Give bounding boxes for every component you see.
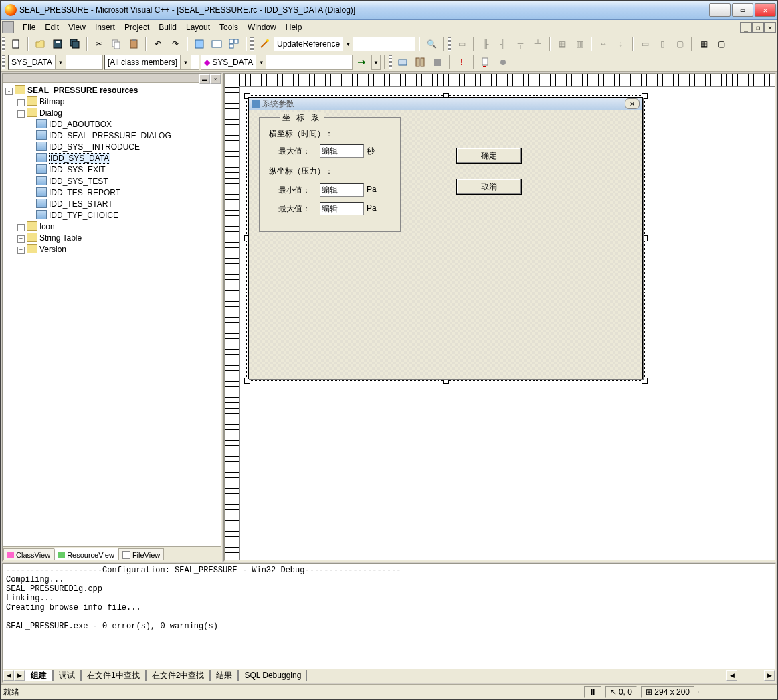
tab-scroll-right-icon[interactable]: ▶ (14, 670, 25, 681)
align-left-icon[interactable]: ╟ (478, 36, 494, 52)
same-size-icon[interactable]: ▢ (672, 36, 688, 52)
dialog-preview[interactable]: 系统参数 ✕ 坐 标 系 横坐标（时间）： 最大值： 编辑 秒 (248, 97, 643, 379)
center-h-icon[interactable]: ▦ (554, 36, 570, 52)
ok-button[interactable]: 确定 (456, 148, 522, 164)
window-list-icon[interactable] (226, 36, 242, 52)
tree-item[interactable]: IDD_SYS__INTRODUCE (49, 142, 140, 152)
minimize-button[interactable]: — (709, 3, 731, 17)
tree-item[interactable]: IDD_SYS_EXIT (49, 165, 106, 174)
edit-xmax[interactable]: 编辑 (320, 144, 364, 158)
panel-close-button[interactable]: × (210, 74, 221, 84)
wizard-combo[interactable]: UpdateReference ▼ (274, 37, 415, 51)
filter-combo[interactable]: [All class members] ▼ (104, 55, 199, 70)
label-yunit[interactable]: Pa (367, 185, 377, 194)
same-width-icon[interactable]: ▭ (637, 36, 653, 52)
dialog-close-icon[interactable]: ✕ (625, 98, 640, 109)
tree-expand-icon[interactable]: + (17, 99, 25, 106)
tree-item[interactable]: IDD_SYS_TEST (49, 177, 108, 186)
menu-layout[interactable]: Layout (181, 21, 215, 33)
align-bottom-icon[interactable]: ╧ (530, 36, 546, 52)
tree-expand-icon[interactable]: + (17, 224, 25, 231)
chevron-down-icon[interactable]: ▼ (371, 55, 381, 70)
resource-tree[interactable]: -SEAL_PRESSURE resources +Bitmap -Dialog… (3, 83, 221, 546)
edit-ymax[interactable]: 编辑 (320, 202, 364, 215)
tree-item[interactable]: IDD_TYP_CHOICE (49, 211, 118, 220)
toolbar-grip[interactable] (250, 37, 254, 51)
go-icon[interactable] (478, 54, 494, 70)
output-tab-debug[interactable]: 调试 (53, 670, 81, 681)
save-all-icon[interactable] (67, 36, 83, 52)
member-combo[interactable]: ◆ SYS_DATA ▼ (201, 55, 353, 70)
menu-insert[interactable]: Insert (90, 21, 120, 33)
tree-item-version[interactable]: Version (39, 245, 66, 254)
output-tab-result[interactable]: 结果 (210, 670, 238, 681)
tree-expand-icon[interactable]: + (17, 247, 25, 254)
wizard-icon[interactable] (256, 36, 272, 52)
menu-tools[interactable]: Tools (215, 21, 243, 33)
align-right-icon[interactable]: ╢ (495, 36, 511, 52)
menu-help[interactable]: Help (281, 21, 307, 33)
maximize-button[interactable]: ▭ (732, 3, 753, 17)
menu-build[interactable]: Build (154, 21, 181, 33)
grid-icon[interactable]: ▦ (696, 36, 712, 52)
chevron-down-icon[interactable]: ▼ (180, 55, 191, 69)
close-button[interactable]: ✕ (755, 3, 776, 17)
toolbar-grip[interactable] (2, 37, 5, 51)
save-icon[interactable] (50, 36, 66, 52)
menu-window[interactable]: Window (243, 21, 281, 33)
align-top-icon[interactable]: ╤ (512, 36, 528, 52)
tree-item[interactable]: IDD_TES_REPORT (49, 188, 120, 197)
tree-item-icon[interactable]: Icon (39, 222, 55, 231)
scroll-right-icon[interactable]: ▶ (764, 670, 775, 681)
label-ymax[interactable]: 最大值： (278, 203, 310, 215)
chevron-down-icon[interactable]: ▼ (343, 37, 353, 51)
find-icon[interactable]: 🔍 (423, 36, 440, 52)
space-v-icon[interactable]: ↕ (613, 36, 629, 52)
space-h-icon[interactable]: ↔ (595, 36, 611, 52)
ruler-horizontal[interactable] (239, 74, 775, 87)
tree-item-dialog[interactable]: Dialog (39, 108, 62, 118)
same-height-icon[interactable]: ▯ (654, 36, 670, 52)
tree-item-bitmap[interactable]: Bitmap (39, 97, 64, 106)
cut-icon[interactable]: ✂ (91, 36, 107, 52)
groupbox-coords[interactable]: 坐 标 系 横坐标（时间）： 最大值： 编辑 秒 纵坐标（压力）： 最小值： 编… (259, 117, 401, 232)
toolbar-grip[interactable] (2, 55, 5, 69)
test-icon[interactable]: ▭ (454, 36, 470, 52)
label-xunit[interactable]: 秒 (367, 146, 375, 157)
output-tab-find1[interactable]: 在文件1中查找 (81, 670, 146, 681)
chevron-down-icon[interactable]: ▼ (256, 55, 266, 69)
panel-dock-button[interactable]: ▬ (199, 74, 210, 84)
dialog-titlebar[interactable]: 系统参数 ✕ (249, 98, 642, 110)
scroll-left-icon[interactable]: ◀ (726, 670, 737, 681)
tree-item-selected[interactable]: IDD_SYS_DATA (49, 153, 110, 164)
center-v-icon[interactable]: ▥ (571, 36, 587, 52)
compile-icon[interactable] (395, 54, 411, 70)
output-tab-build[interactable]: 组建 (25, 670, 53, 681)
workspace-icon[interactable] (191, 36, 207, 52)
toolbar-grip[interactable] (389, 55, 392, 69)
menu-edit[interactable]: Edit (40, 21, 64, 33)
menu-project[interactable]: Project (120, 21, 154, 33)
tab-fileview[interactable]: FileView (118, 548, 164, 560)
edit-ymin[interactable]: 编辑 (320, 183, 364, 197)
tree-item[interactable]: IDD_ABOUTBOX (49, 120, 112, 129)
menu-view[interactable]: View (64, 21, 90, 33)
paste-icon[interactable] (126, 36, 142, 52)
toolbar-grip[interactable] (448, 37, 451, 51)
redo-icon[interactable]: ↷ (167, 36, 183, 52)
mdi-minimize-button[interactable]: _ (740, 22, 752, 33)
mdi-close-button[interactable]: × (764, 22, 776, 33)
class-combo[interactable]: SYS_DATA ▼ (8, 55, 103, 70)
execute-icon[interactable]: ! (454, 54, 470, 70)
menu-file[interactable]: FFileile (18, 21, 40, 33)
cancel-button[interactable]: 取消 (456, 179, 522, 195)
output-icon[interactable] (209, 36, 225, 52)
undo-icon[interactable]: ↶ (150, 36, 166, 52)
build-icon[interactable] (412, 54, 428, 70)
goto-icon[interactable] (354, 54, 370, 70)
open-icon[interactable] (32, 36, 48, 52)
label-ymin[interactable]: 最小值： (278, 185, 310, 196)
tab-resourceview[interactable]: ResourceView (54, 548, 118, 560)
tree-item-stringtable[interactable]: String Table (39, 233, 82, 243)
chevron-down-icon[interactable]: ▼ (55, 55, 66, 69)
